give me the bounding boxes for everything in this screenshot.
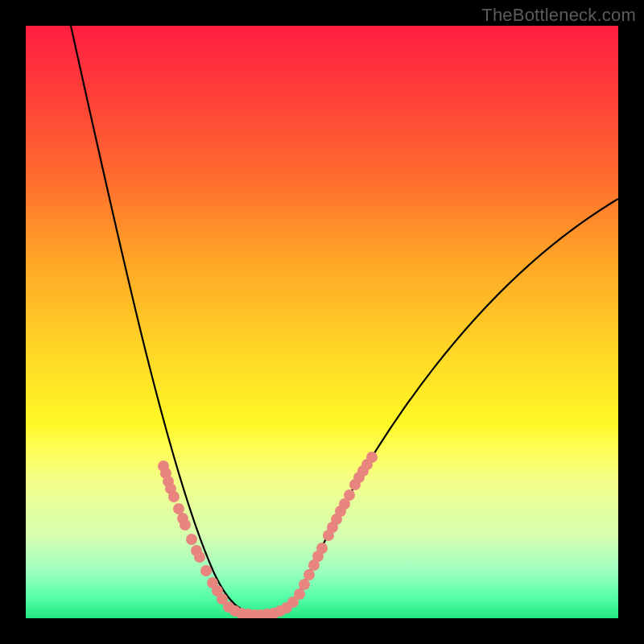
bottleneck-curve xyxy=(71,26,618,613)
curve-marker xyxy=(173,503,184,514)
curve-marker xyxy=(303,569,315,580)
curve-marker xyxy=(194,551,205,563)
curve-marker xyxy=(200,565,212,576)
curve-marker xyxy=(366,452,378,463)
curve-marker xyxy=(186,534,197,545)
chart-plot-area xyxy=(26,26,618,618)
curve-marker xyxy=(168,491,180,502)
curve-marker xyxy=(294,588,305,600)
chart-svg xyxy=(26,26,618,618)
curve-marker xyxy=(180,519,191,530)
curve-marker xyxy=(316,543,328,554)
curve-marker xyxy=(344,489,355,501)
watermark-text: TheBottleneck.com xyxy=(481,5,636,26)
curve-markers xyxy=(158,452,378,618)
curve-marker xyxy=(299,579,310,590)
